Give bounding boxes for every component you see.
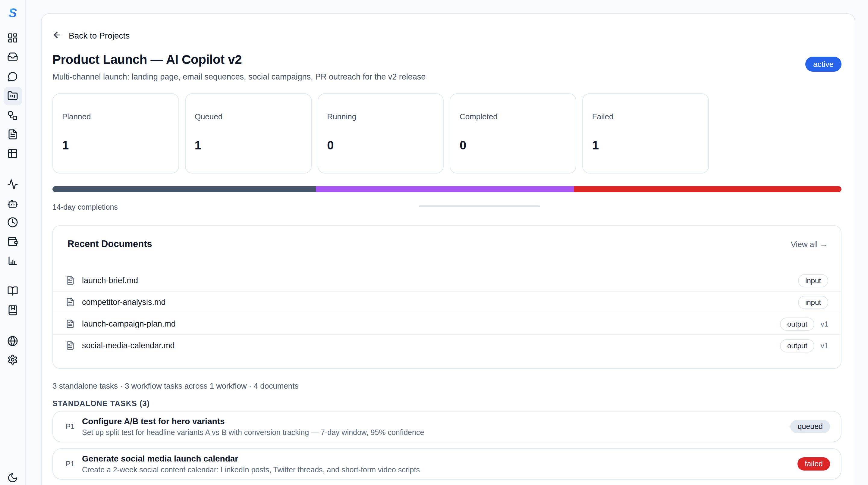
task-row[interactable]: P1 Configure A/B test for hero variants …: [53, 411, 841, 442]
activity-icon[interactable]: [7, 179, 18, 190]
stat-card-planned: Planned 1: [53, 93, 179, 173]
activity-row: 14-day completions: [53, 201, 841, 212]
status-progress-bar: [53, 186, 841, 192]
document-version: v1: [821, 341, 828, 350]
svg-text:S: S: [8, 7, 17, 20]
documents-list: launch-brief.md input competitor-analysi…: [53, 270, 841, 368]
task-row[interactable]: P1 Generate social media launch calendar…: [53, 448, 841, 480]
stat-label: Queued: [195, 112, 302, 122]
agents-bot-icon[interactable]: [7, 198, 18, 209]
dashboard-icon[interactable]: [7, 33, 18, 43]
document-row[interactable]: social-media-calendar.md output v1: [53, 334, 841, 356]
page-subtitle: Multi-channel launch: landing page, emai…: [53, 72, 426, 83]
progress-segment-planned: [53, 186, 316, 192]
document-kind-badge: output: [780, 339, 815, 352]
page-title: Product Launch — AI Copilot v2: [53, 52, 426, 67]
document-name: launch-brief.md: [82, 276, 798, 285]
main-panel: Back to Projects Product Launch — AI Cop…: [41, 13, 855, 485]
task-title: Generate social media launch calendar: [82, 453, 798, 463]
document-kind-badge: input: [798, 295, 828, 309]
app-viewport: S Back to Projects Product Launch — A: [0, 0, 868, 485]
file-text-icon: [66, 319, 75, 328]
schedule-clock-icon[interactable]: [7, 217, 18, 228]
standalone-tasks-heading: STANDALONE TASKS (3): [53, 399, 841, 409]
file-text-icon: [66, 276, 75, 285]
stat-card-failed: Failed 1: [583, 93, 709, 173]
view-all-link[interactable]: View all →: [791, 239, 828, 249]
library-book-icon[interactable]: [7, 286, 18, 296]
file-text-icon: [66, 298, 75, 307]
sidebar: S: [0, 0, 26, 485]
document-version: v1: [821, 320, 828, 328]
recent-documents-title: Recent Documents: [67, 238, 152, 250]
activity-label: 14-day completions: [53, 203, 118, 212]
analytics-chart-icon[interactable]: [7, 255, 18, 266]
globe-icon[interactable]: [7, 335, 18, 347]
progress-segment-failed: [574, 186, 841, 192]
stat-card-running: Running 0: [317, 93, 444, 173]
arrow-left-icon: [53, 30, 62, 41]
workflow-icon[interactable]: [7, 110, 18, 121]
document-kind-badge: input: [798, 274, 828, 287]
stat-label: Failed: [592, 112, 700, 122]
stat-value: 1: [592, 138, 700, 153]
table-icon[interactable]: [7, 148, 18, 159]
stat-card-completed: Completed 0: [450, 93, 577, 173]
stat-value: 1: [62, 138, 169, 153]
stat-value: 0: [460, 138, 567, 153]
back-label: Back to Projects: [69, 31, 130, 40]
file-text-icon: [66, 341, 75, 350]
stat-label: Running: [327, 112, 434, 122]
wallet-icon[interactable]: [7, 236, 18, 247]
recent-documents-card: Recent Documents View all → launch-brief…: [53, 225, 841, 369]
document-name: competitor-analysis.md: [82, 298, 798, 307]
document-kind-badge: output: [780, 317, 815, 330]
status-stats-row: Planned 1 Queued 1 Running 0 Completed 0…: [53, 93, 841, 173]
document-name: social-media-calendar.md: [82, 341, 780, 350]
document-row[interactable]: launch-campaign-plan.md output v1: [53, 313, 841, 334]
back-to-projects-button[interactable]: Back to Projects: [53, 30, 130, 41]
stat-label: Completed: [460, 112, 567, 122]
stat-label: Planned: [62, 112, 169, 122]
chat-icon[interactable]: [7, 71, 18, 82]
stat-card-queued: Queued 1: [185, 93, 312, 173]
settings-gear-icon[interactable]: [7, 354, 18, 365]
project-header: Product Launch — AI Copilot v2 Multi-cha…: [53, 52, 841, 83]
document-row[interactable]: competitor-analysis.md input: [53, 291, 841, 313]
app-logo[interactable]: S: [6, 7, 19, 20]
task-description: Create a 2-week social content calendar:…: [82, 465, 798, 475]
progress-segment-queued: [316, 186, 574, 192]
stat-value: 1: [195, 138, 302, 153]
bookmarks-book-icon[interactable]: [7, 305, 18, 316]
task-description: Set up split test for headline variants …: [82, 428, 790, 437]
task-priority: P1: [66, 460, 82, 468]
project-summary: 3 standalone tasks · 3 workflow tasks ac…: [53, 381, 841, 391]
document-name: launch-campaign-plan.md: [82, 319, 780, 328]
stat-value: 0: [327, 138, 434, 153]
task-title: Configure A/B test for hero variants: [82, 416, 790, 426]
task-status-badge: queued: [790, 420, 830, 433]
inbox-icon[interactable]: [7, 51, 18, 62]
dark-mode-moon-icon[interactable]: [7, 472, 18, 483]
task-priority: P1: [66, 422, 82, 431]
task-status-badge: failed: [798, 457, 830, 471]
completions-sparkline: [419, 205, 540, 207]
status-badge: active: [805, 57, 841, 72]
document-row[interactable]: launch-brief.md input: [53, 270, 841, 291]
documents-icon[interactable]: [7, 129, 18, 140]
projects-icon[interactable]: [7, 90, 18, 101]
